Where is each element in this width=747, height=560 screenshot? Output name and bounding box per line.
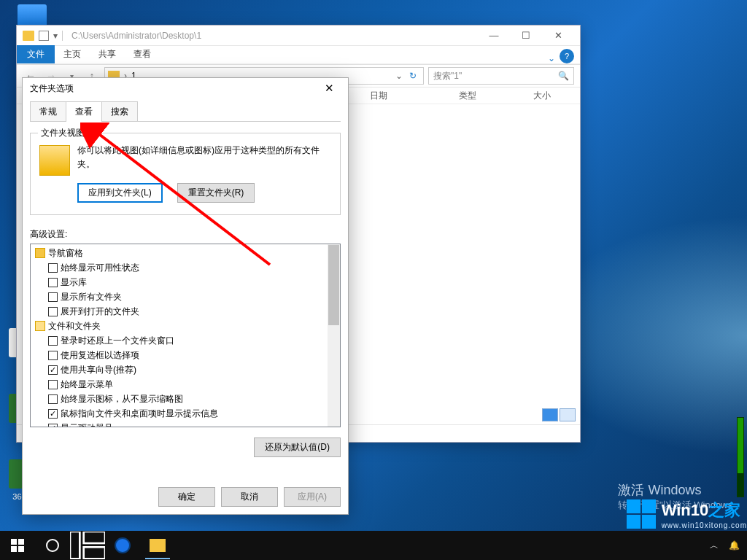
scrollbar[interactable] xyxy=(328,244,340,427)
checkbox[interactable] xyxy=(48,351,58,360)
svg-rect-1 xyxy=(11,539,17,545)
system-tray[interactable]: ︿ 🔔 xyxy=(710,540,747,552)
svg-rect-3 xyxy=(11,546,17,552)
group-legend: 文件夹视图 xyxy=(38,127,88,139)
tree-checkbox-item[interactable]: 显示所有文件夹 xyxy=(35,289,337,304)
tab-general[interactable]: 常规 xyxy=(30,101,66,122)
details-view-button[interactable] xyxy=(542,408,558,421)
desktop: 小 36 360安 ▾ C:\Users\Administrator\Deskt… xyxy=(0,0,747,560)
folder-views-text: 你可以将此视图(如详细信息或图标)应用于这种类型的所有文件夹。 xyxy=(77,144,331,176)
tree-checkbox-item[interactable]: 显示驱动器号 xyxy=(35,421,337,427)
checkbox[interactable] xyxy=(48,307,58,316)
folder-icon xyxy=(35,321,45,331)
checkbox[interactable] xyxy=(48,336,58,346)
checkbox[interactable] xyxy=(48,292,58,302)
ribbon-tab-share[interactable]: 共享 xyxy=(90,45,125,63)
svg-rect-5 xyxy=(70,532,80,559)
site-brand: Win10之家 www.win10xitong.com xyxy=(627,497,747,531)
ribbon-tabs: 文件 主页 共享 查看 ⌄ ? xyxy=(17,46,580,63)
tray-notifications-icon[interactable]: 🔔 xyxy=(729,540,740,551)
tree-checkbox-item[interactable]: 始终显示菜单 xyxy=(35,377,337,392)
checkbox[interactable] xyxy=(48,380,58,389)
col-date[interactable]: 日期 xyxy=(360,90,398,102)
tree-nav-pane[interactable]: 导航窗格 xyxy=(35,246,337,260)
restore-defaults-button[interactable]: 还原为默认值(D) xyxy=(254,438,341,457)
svg-rect-7 xyxy=(84,548,105,559)
svg-rect-6 xyxy=(84,532,105,543)
search-icon[interactable]: 🔍 xyxy=(558,71,569,81)
explorer-taskbar-button[interactable] xyxy=(140,531,175,560)
tree-checkbox-item[interactable]: 始终显示图标，从不显示缩略图 xyxy=(35,392,337,406)
window-title-path: C:\Users\Administrator\Desktop\1 xyxy=(67,31,478,41)
col-size[interactable]: 大小 xyxy=(523,90,561,102)
ok-button[interactable]: 确定 xyxy=(158,487,215,507)
task-view-button[interactable] xyxy=(70,531,105,560)
tree-checkbox-item[interactable]: 登录时还原上一个文件夹窗口 xyxy=(35,333,337,348)
folder-large-icon xyxy=(39,145,70,176)
start-button[interactable] xyxy=(0,531,35,560)
dialog-close-button[interactable]: ✕ xyxy=(317,78,341,98)
checkbox[interactable] xyxy=(48,263,58,273)
svg-rect-4 xyxy=(18,546,24,552)
audio-meter-icon xyxy=(737,417,744,497)
cortana-button[interactable] xyxy=(35,531,70,560)
qat-icon[interactable] xyxy=(39,31,49,41)
tab-view[interactable]: 查看 xyxy=(66,101,102,122)
tree-checkbox-item[interactable]: 始终显示可用性状态 xyxy=(35,260,337,275)
taskbar: ︿ 🔔 xyxy=(0,531,747,560)
windows-logo-icon xyxy=(627,499,656,529)
folder-options-dialog: 文件夹选项 ✕ 常规 查看 搜索 文件夹视图 你可以将此视图(如详细信息或图标)… xyxy=(22,77,349,515)
folder-views-group: 文件夹视图 你可以将此视图(如详细信息或图标)应用于这种类型的所有文件夹。 应用… xyxy=(30,133,341,215)
maximize-button[interactable]: ☐ xyxy=(510,26,542,46)
checkbox[interactable] xyxy=(48,424,58,428)
cancel-button[interactable]: 取消 xyxy=(221,487,278,507)
edge-button[interactable] xyxy=(105,531,140,560)
tray-chevron-icon[interactable]: ︿ xyxy=(710,540,719,552)
tree-checkbox-item[interactable]: 鼠标指向文件夹和桌面项时显示提示信息 xyxy=(35,406,337,421)
ribbon-tab-file[interactable]: 文件 xyxy=(17,45,55,63)
explorer-titlebar[interactable]: ▾ C:\Users\Administrator\Desktop\1 — ☐ ✕ xyxy=(17,26,580,46)
col-type[interactable]: 类型 xyxy=(449,90,487,102)
folder-icon xyxy=(23,31,34,41)
ribbon-tab-home[interactable]: 主页 xyxy=(55,45,90,63)
refresh-icon[interactable]: ↻ xyxy=(406,71,420,81)
ribbon-expand-icon[interactable]: ⌄ xyxy=(548,53,555,63)
reset-folders-button[interactable]: 重置文件夹(R) xyxy=(177,183,255,203)
apply-button[interactable]: 应用(A) xyxy=(284,487,341,507)
advanced-label: 高级设置: xyxy=(30,228,341,241)
tree-files-folders[interactable]: 文件和文件夹 xyxy=(35,319,337,333)
dialog-title: 文件夹选项 xyxy=(30,82,74,95)
tab-search[interactable]: 搜索 xyxy=(101,101,138,122)
svg-rect-2 xyxy=(18,539,24,545)
search-input[interactable]: 搜索"1" 🔍 xyxy=(428,67,574,85)
close-button[interactable]: ✕ xyxy=(542,26,574,46)
nav-pane-icon xyxy=(35,248,45,258)
icons-view-button[interactable] xyxy=(560,408,576,421)
ribbon-tab-view[interactable]: 查看 xyxy=(125,45,160,63)
tree-checkbox-item[interactable]: 显示库 xyxy=(35,275,337,289)
apply-to-folders-button[interactable]: 应用到文件夹(L) xyxy=(77,183,163,203)
scrollbar-thumb[interactable] xyxy=(328,245,339,325)
address-drop-icon[interactable]: ⌄ xyxy=(392,71,406,81)
tree-checkbox-item[interactable]: 展开到打开的文件夹 xyxy=(35,304,337,319)
checkbox[interactable] xyxy=(48,394,58,404)
checkbox[interactable] xyxy=(48,409,58,419)
tree-checkbox-item[interactable]: 使用共享向导(推荐) xyxy=(35,362,337,377)
advanced-settings-box[interactable]: 导航窗格始终显示可用性状态显示库显示所有文件夹展开到打开的文件夹文件和文件夹登录… xyxy=(30,244,341,427)
tree-checkbox-item[interactable]: 使用复选框以选择项 xyxy=(35,348,337,362)
checkbox[interactable] xyxy=(48,278,58,287)
search-placeholder: 搜索"1" xyxy=(433,70,462,82)
help-icon[interactable]: ? xyxy=(560,49,574,63)
checkbox[interactable] xyxy=(48,365,58,375)
minimize-button[interactable]: — xyxy=(478,26,510,46)
